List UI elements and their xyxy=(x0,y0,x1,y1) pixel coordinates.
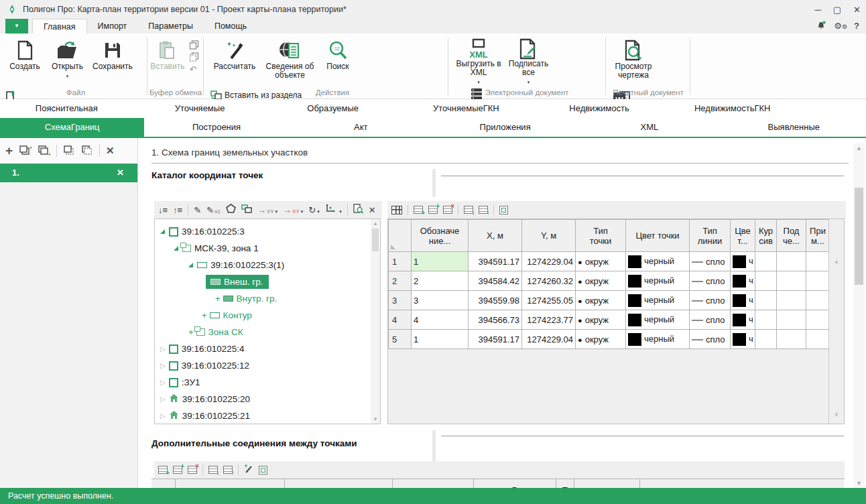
paste-page-icon[interactable] xyxy=(81,145,93,156)
cell-note[interactable] xyxy=(806,271,830,291)
rotate-contour-icon[interactable]: ↻▾ xyxy=(308,205,319,215)
cell-point-color[interactable]: черный xyxy=(626,271,690,291)
cell-point-type[interactable]: ●окруж xyxy=(576,252,626,271)
cell-mark[interactable]: 4 xyxy=(412,310,469,330)
tab-vyyavlennye[interactable]: Выявленные xyxy=(722,118,866,137)
cell-point-color[interactable]: черный xyxy=(626,310,690,330)
move-row-up-icon[interactable] xyxy=(223,466,233,474)
cell-y[interactable]: 1274223.77 xyxy=(522,310,576,330)
cell-point-type[interactable]: ●окруж xyxy=(576,291,626,310)
tree-item[interactable]: + Зона СК xyxy=(159,324,380,340)
paste-button[interactable]: Вставить xyxy=(149,34,186,83)
cell-mark[interactable]: 2 xyxy=(412,271,469,291)
col-italic[interactable]: Кур сив xyxy=(755,220,777,252)
cell-text-color[interactable]: ч xyxy=(731,310,755,330)
tree-item[interactable]: ▷ 39:16:010225:4 xyxy=(159,340,380,357)
expand-table-icon[interactable] xyxy=(259,466,267,475)
duplicate-page-icon[interactable]: + xyxy=(38,145,50,157)
col-mark[interactable]: Обозначе ние... xyxy=(412,220,469,252)
cell-line-type[interactable]: спло xyxy=(690,330,731,349)
open-button[interactable]: Открыть ▾ xyxy=(47,34,87,83)
cell-y[interactable]: 1274255.05 xyxy=(522,291,576,310)
col-underline[interactable]: Под че... xyxy=(777,220,806,252)
tab-utochnyaemye[interactable]: Уточняемые xyxy=(133,99,267,118)
cell-text-color[interactable]: ч xyxy=(731,271,755,291)
table-settings-icon[interactable] xyxy=(391,206,402,214)
cell-note[interactable] xyxy=(806,291,830,310)
expand-plus-icon[interactable]: + xyxy=(188,327,194,337)
tree-item[interactable]: ▷ :ЗУ1 xyxy=(159,374,380,391)
col-point-type[interactable]: Тип точки xyxy=(576,220,626,252)
maximize-button[interactable]: ▢ xyxy=(833,5,841,15)
scroll-thumb[interactable] xyxy=(855,188,863,285)
cell-italic[interactable] xyxy=(755,252,777,271)
select-all-corner[interactable] xyxy=(389,220,412,252)
delete-icon[interactable]: ✕ xyxy=(369,205,376,215)
tree-item[interactable]: 39:16:010225:3 xyxy=(159,223,380,240)
cell-underline[interactable] xyxy=(777,310,806,330)
drawing-preview-button[interactable]: Просмотр чертежа xyxy=(610,34,657,83)
caret-expanded-icon[interactable] xyxy=(174,246,178,251)
export-xml-button[interactable]: XML Выгрузить в XML ▾ xyxy=(454,34,503,83)
search-button[interactable]: :12 Поиск xyxy=(320,34,356,83)
cell-x[interactable]: 394591.17 xyxy=(469,252,522,271)
copy-page-icon[interactable]: + xyxy=(19,145,32,157)
copy-special-icon[interactable] xyxy=(189,52,199,62)
calculate-button[interactable]: Рассчитать xyxy=(209,34,260,83)
cut-page-icon[interactable] xyxy=(63,145,75,156)
minimize-button[interactable]: ─ xyxy=(815,5,821,15)
cell-mark[interactable]: 1 xyxy=(412,330,469,349)
col-text-color[interactable]: Цве т... xyxy=(731,220,755,252)
cell-point-type[interactable]: ●окруж xyxy=(576,330,626,349)
tree-item[interactable]: ▷ 39:16:010225:20 xyxy=(159,391,380,407)
tree-item[interactable]: ▷ 39:16:010225:12 xyxy=(159,357,380,374)
cell-underline[interactable] xyxy=(777,330,806,349)
cell-x[interactable]: 394566.73 xyxy=(469,310,522,330)
tree-item[interactable]: 39:16:010225:3(1) xyxy=(159,257,380,273)
caret-collapsed-icon[interactable]: ▷ xyxy=(160,362,166,369)
move-row-down-icon[interactable] xyxy=(464,206,473,214)
col-y[interactable]: Y, м xyxy=(522,220,576,252)
rename-points-icon[interactable]: ✎ xyxy=(194,205,201,215)
tab-shemagranic[interactable]: СхемаГраниц xyxy=(0,118,144,137)
add-page-icon[interactable]: + xyxy=(5,145,13,157)
cell-x[interactable]: 394591.17 xyxy=(469,330,522,349)
delete-page-icon[interactable]: ✕ xyxy=(106,145,115,157)
scroll-thumb[interactable] xyxy=(372,229,379,251)
caret-collapsed-icon[interactable]: ▷ xyxy=(160,412,166,420)
page-scrollbar[interactable]: ▲ ▼ xyxy=(853,143,865,488)
expand-table-icon[interactable] xyxy=(499,206,508,214)
cell-underline[interactable] xyxy=(777,271,806,291)
tree-item[interactable]: + Внутр. гр. xyxy=(159,290,380,307)
cell-mark[interactable]: 3 xyxy=(412,291,469,310)
sort-asc-icon[interactable]: ↑≡ xyxy=(173,205,182,215)
scroll-up-icon[interactable]: ▲ xyxy=(371,220,380,227)
cell-line-type[interactable]: спло xyxy=(690,252,731,271)
tab-prilozheniya[interactable]: Приложения xyxy=(433,118,577,137)
caret-expanded-icon[interactable] xyxy=(160,229,165,234)
cell-text-color[interactable]: ч xyxy=(731,330,755,349)
tree-item[interactable]: ▷ 39:16:010225:21 xyxy=(159,407,380,424)
cell-italic[interactable] xyxy=(755,310,777,330)
scroll-up-icon[interactable]: ▲ xyxy=(829,258,844,265)
scroll-down-icon[interactable]: ▼ xyxy=(829,412,844,418)
cell-note[interactable] xyxy=(806,310,830,330)
tree-scrollbar[interactable]: ▲ ▼ xyxy=(371,219,380,424)
cell-y[interactable]: 1274229.04 xyxy=(522,252,576,271)
copy-icon[interactable] xyxy=(189,40,199,50)
scroll-down-icon[interactable]: ▼ xyxy=(853,480,865,487)
object-info-button[interactable]: Сведения об объекте xyxy=(263,34,316,83)
col-note[interactable]: При м... xyxy=(806,220,830,252)
cell-x[interactable]: 394559.98 xyxy=(469,291,522,310)
cell-point-color[interactable]: черный xyxy=(626,291,690,310)
tab-obrazuemye[interactable]: Образуемые xyxy=(266,99,399,118)
cell-mark[interactable]: 1 xyxy=(412,252,469,271)
ribbon-tab-pomoshch[interactable]: Помощь xyxy=(204,19,257,34)
tab-xml[interactable]: XML xyxy=(577,118,721,137)
axes-icon[interactable]: ▾ xyxy=(325,204,342,216)
scroll-up-icon[interactable]: ▲ xyxy=(853,145,865,151)
tab-postroeniya[interactable]: Построения xyxy=(144,118,288,137)
polygon-icon[interactable] xyxy=(226,204,236,216)
insert-row-icon[interactable] xyxy=(428,206,438,214)
cell-point-color[interactable]: черный xyxy=(626,330,690,349)
